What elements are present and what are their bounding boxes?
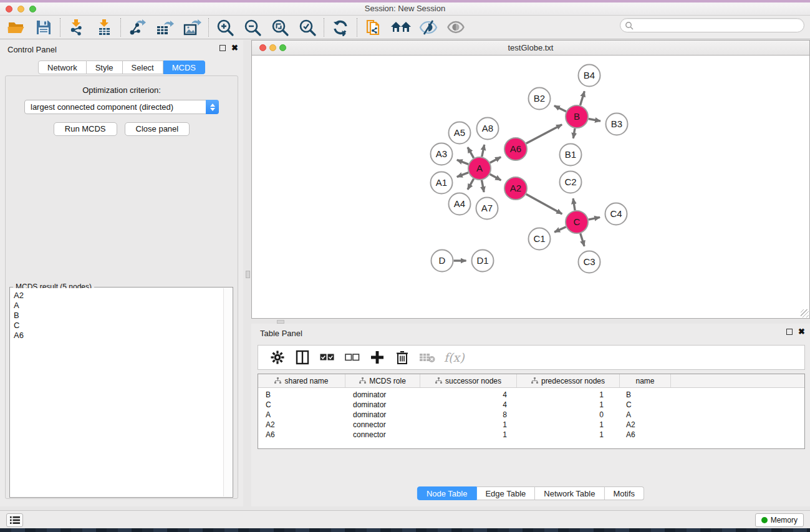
zoom-in-button[interactable] xyxy=(214,17,236,37)
column-header-predecessor-nodes[interactable]: predecessor nodes xyxy=(517,374,620,387)
run-mcds-button[interactable]: Run MCDS xyxy=(54,122,117,136)
table-cell[interactable]: dominator xyxy=(345,410,420,419)
network-graph[interactable]: B4B2BB3A8A5A6A3B1AA1C2A2A4A7C4CC1C3DD1 xyxy=(252,56,809,318)
mcds-result-item[interactable]: B xyxy=(14,311,223,321)
table-row[interactable]: Cdominator41C xyxy=(258,400,804,410)
graph-edge-C-C3[interactable] xyxy=(581,233,584,246)
mcds-result-list[interactable]: A2ABCA6 xyxy=(11,288,223,496)
graph-node-C[interactable]: C xyxy=(566,211,588,233)
graph-node-D1[interactable]: D1 xyxy=(472,250,494,272)
table-cell[interactable]: C xyxy=(258,400,345,409)
import-network-button[interactable] xyxy=(65,17,88,37)
show-columns-button[interactable] xyxy=(294,349,311,366)
minimize-window-button[interactable] xyxy=(17,6,24,12)
graph-edge-A-A6[interactable] xyxy=(490,157,501,163)
network-window[interactable]: testGlobe.txt B4B2BB3A8A5A6A3B1AA1C2A2A4… xyxy=(251,40,810,319)
mcds-scrollbar[interactable] xyxy=(223,288,232,496)
node-table[interactable]: shared nameMCDS rolesuccessor nodesprede… xyxy=(258,374,805,449)
tab-node-table[interactable]: Node Table xyxy=(417,486,477,500)
graph-node-A1[interactable]: A1 xyxy=(431,172,453,194)
save-session-button[interactable] xyxy=(32,17,55,37)
search-input[interactable] xyxy=(634,20,804,31)
graph-edge-C-C1[interactable] xyxy=(554,227,566,232)
close-window-button[interactable] xyxy=(6,6,12,12)
graph-edge-B-B2[interactable] xyxy=(554,106,566,112)
criterion-dropdown[interactable]: largest connected component (directed) xyxy=(24,100,219,114)
table-cell[interactable]: 1 xyxy=(420,420,517,429)
mcds-result-item[interactable]: A xyxy=(14,301,223,311)
graph-edge-C-C2[interactable] xyxy=(573,198,575,210)
table-cell[interactable]: 8 xyxy=(420,410,517,419)
table-row[interactable]: Bdominator41B xyxy=(258,390,804,400)
table-row[interactable]: A6connector11A6 xyxy=(258,430,804,440)
table-cell[interactable]: A2 xyxy=(620,420,671,429)
table-cell[interactable]: connector xyxy=(345,430,420,439)
table-cell[interactable]: B xyxy=(258,390,345,399)
table-row[interactable]: Adominator80A xyxy=(258,410,804,420)
hide-selected-button[interactable] xyxy=(417,17,440,37)
table-row[interactable]: A2connector11A2 xyxy=(258,420,804,430)
zoom-window-button[interactable] xyxy=(29,6,36,12)
graph-edge-A-A5[interactable] xyxy=(468,147,474,158)
table-cell[interactable]: connector xyxy=(345,420,420,429)
first-neighbors-button[interactable] xyxy=(390,17,412,37)
table-cell[interactable]: A6 xyxy=(620,430,671,439)
apply-layout-button[interactable] xyxy=(329,17,352,37)
close-table-panel-icon[interactable]: ✖ xyxy=(798,329,805,335)
float-table-panel-icon[interactable] xyxy=(786,329,793,335)
duplicate-network-button[interactable] xyxy=(362,17,385,37)
graph-node-B4[interactable]: B4 xyxy=(579,65,600,87)
graph-edge-B-B4[interactable] xyxy=(581,91,585,105)
graph-node-A[interactable]: A xyxy=(468,157,491,180)
graph-node-B2[interactable]: B2 xyxy=(529,88,551,110)
graph-edge-B-B1[interactable] xyxy=(573,128,575,138)
table-cell[interactable]: B xyxy=(620,390,671,399)
tab-motifs[interactable]: Motifs xyxy=(604,486,644,500)
graph-node-A6[interactable]: A6 xyxy=(504,138,527,160)
import-table-button[interactable] xyxy=(93,17,115,37)
zoom-selected-button[interactable] xyxy=(296,17,319,37)
graph-edge-A2-C[interactable] xyxy=(526,194,562,214)
zoom-out-button[interactable] xyxy=(241,17,264,37)
column-header-successor-nodes[interactable]: successor nodes xyxy=(420,374,517,387)
export-image-button[interactable] xyxy=(181,17,203,37)
graph-edge-A-A1[interactable] xyxy=(457,173,468,177)
column-header-MCDS-role[interactable]: MCDS role xyxy=(345,374,420,387)
zoom-fit-button[interactable] xyxy=(269,17,291,37)
close-panel-button[interactable]: Close panel xyxy=(125,122,190,136)
table-cell[interactable]: 4 xyxy=(420,390,517,399)
graph-node-B[interactable]: B xyxy=(566,105,588,128)
main-titlebar[interactable]: Session: New Session xyxy=(0,2,810,16)
panel-splitter-handle[interactable] xyxy=(246,271,250,278)
table-settings-button[interactable] xyxy=(269,349,286,366)
column-header-name[interactable]: name xyxy=(620,374,671,387)
table-cell[interactable]: 1 xyxy=(517,400,620,409)
mcds-result-item[interactable]: C xyxy=(14,321,223,331)
graph-edge-B-B3[interactable] xyxy=(589,119,600,122)
column-header-shared-name[interactable]: shared name xyxy=(258,374,345,387)
graph-node-B3[interactable]: B3 xyxy=(606,114,628,135)
export-network-button[interactable] xyxy=(126,17,148,37)
graph-edge-C-C4[interactable] xyxy=(589,217,600,220)
graph-node-B1[interactable]: B1 xyxy=(560,144,582,166)
table-cell[interactable]: A2 xyxy=(258,420,345,429)
graph-edge-A-A8[interactable] xyxy=(482,145,485,157)
table-cell[interactable]: 1 xyxy=(517,390,620,399)
resize-grip-icon[interactable] xyxy=(801,309,809,317)
graph-node-A5[interactable]: A5 xyxy=(449,122,471,144)
close-panel-icon[interactable]: ✖ xyxy=(231,45,238,51)
graph-node-A8[interactable]: A8 xyxy=(477,118,499,140)
apply-function-button[interactable]: f(x) xyxy=(444,349,465,366)
add-column-button[interactable] xyxy=(369,349,385,366)
graph-node-C1[interactable]: C1 xyxy=(529,228,551,250)
table-cell[interactable]: 0 xyxy=(517,410,620,419)
graph-edge-A-A4[interactable] xyxy=(468,179,474,190)
table-cell[interactable]: 4 xyxy=(420,400,517,409)
mcds-result-item[interactable]: A6 xyxy=(14,331,223,341)
export-table-button[interactable] xyxy=(153,17,176,37)
tab-style[interactable]: Style xyxy=(87,60,123,74)
graph-node-C4[interactable]: C4 xyxy=(605,203,627,225)
table-cell[interactable]: A xyxy=(258,410,345,419)
table-cell[interactable]: 1 xyxy=(517,430,620,439)
network-close-button[interactable] xyxy=(259,44,266,51)
